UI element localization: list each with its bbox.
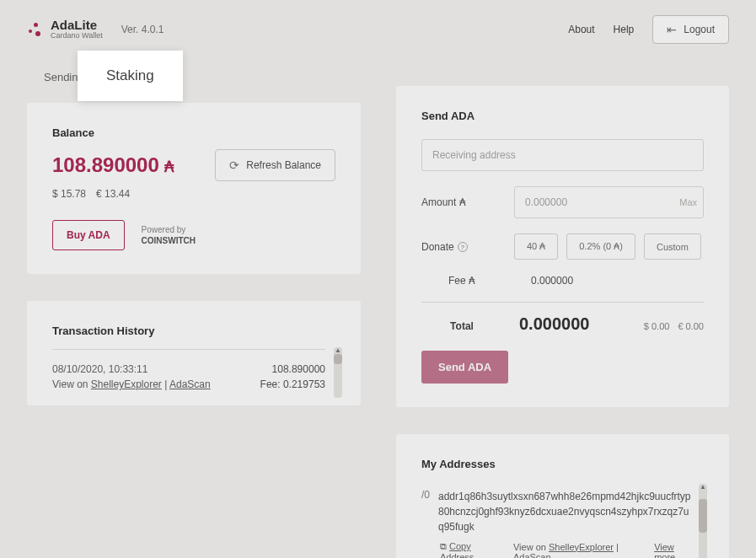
logo-subtitle: Cardano Wallet xyxy=(51,32,103,40)
tab-staking-popup[interactable]: Staking xyxy=(78,51,183,101)
version-label: Ver. 4.0.1 xyxy=(121,24,164,35)
donate-40-button[interactable]: 40 ₳ xyxy=(514,233,558,260)
tx-link-adascan[interactable]: AdaScan xyxy=(169,378,211,390)
fee-value: 0.000000 xyxy=(514,275,704,287)
copy-icon: ⧉ xyxy=(440,541,447,551)
tx-date: 08/10/2020, 10:33:11 xyxy=(52,363,147,375)
scrollbar-thumb[interactable] xyxy=(699,499,707,533)
nav-about[interactable]: About xyxy=(568,24,594,35)
total-eur: € 0.00 xyxy=(678,321,704,331)
total-usd: $ 0.00 xyxy=(644,321,670,331)
addresses-title: My Addresses xyxy=(421,458,704,470)
balance-card: Balance 108.890000 ₳ ⟳ Refresh Balance $… xyxy=(27,103,361,274)
view-more-button[interactable]: View more xyxy=(654,542,692,559)
refresh-icon: ⟳ xyxy=(229,158,239,172)
scrollbar[interactable]: ▲ xyxy=(699,484,707,558)
address-row: /0 addr1q86h3suytlxsxn687whh8e26mpmd42hj… xyxy=(421,489,692,534)
addr-link-shelley[interactable]: ShelleyExplorer xyxy=(549,542,614,552)
help-icon[interactable]: ? xyxy=(458,242,468,252)
amount-label: Amount ₳ xyxy=(421,196,502,208)
balance-eur: € 13.44 xyxy=(96,188,130,200)
logout-label: Logout xyxy=(684,24,715,35)
amount-input[interactable] xyxy=(514,186,704,218)
transaction-history-card: Transaction History ▲ 08/10/2020, 10:33:… xyxy=(27,301,361,405)
logo[interactable]: AdaLite Cardano Wallet xyxy=(27,19,103,40)
fee-label: Fee ₳ xyxy=(421,275,502,287)
logout-icon: ⇤ xyxy=(667,23,677,36)
tab-staking-label: Staking xyxy=(106,67,154,83)
logo-icon xyxy=(27,21,44,38)
tx-title: Transaction History xyxy=(52,325,335,337)
address-index: /0 xyxy=(421,489,430,534)
send-ada-button[interactable]: Send ADA xyxy=(421,351,508,384)
scrollbar[interactable]: ▲ xyxy=(334,347,342,398)
nav-help[interactable]: Help xyxy=(614,24,635,35)
logo-title: AdaLite xyxy=(51,19,103,33)
scrollbar-thumb[interactable] xyxy=(334,354,342,364)
refresh-balance-button[interactable]: ⟳ Refresh Balance xyxy=(215,149,335,181)
buy-ada-button[interactable]: Buy ADA xyxy=(52,220,125,250)
addr-link-adascan[interactable]: AdaScan xyxy=(513,552,551,559)
tx-amount: 108.890000 xyxy=(272,363,325,375)
ada-symbol-icon: ₳ xyxy=(164,158,174,176)
total-label: Total xyxy=(421,320,502,332)
total-value: 0.000000 xyxy=(502,314,644,334)
tx-link-shelley[interactable]: ShelleyExplorer xyxy=(91,378,162,390)
logout-button[interactable]: ⇤ Logout xyxy=(652,15,729,44)
powered-by: Powered by COINSWITCH xyxy=(142,224,196,246)
receiving-address-input[interactable] xyxy=(421,139,704,171)
addresses-card: My Addresses ▲ /0 addr1q86h3suytlxsxn687… xyxy=(396,434,729,558)
balance-value: 108.890000 ₳ xyxy=(52,153,174,177)
max-button[interactable]: Max xyxy=(679,197,697,207)
donate-pct-button[interactable]: 0.2% (0 ₳) xyxy=(566,233,635,260)
send-title: Send ADA xyxy=(421,110,704,122)
balance-title: Balance xyxy=(52,126,335,139)
donate-label: Donate xyxy=(421,241,454,253)
copy-address-button[interactable]: ⧉ Copy Address xyxy=(440,541,498,558)
send-card: Send ADA Amount ₳ Max Donate ? 40 ₳ 0.2%… xyxy=(396,86,729,407)
donate-custom-button[interactable]: Custom xyxy=(644,233,701,260)
address-text: addr1q86h3suytlxsxn687whh8e26mpmd42hjkc9… xyxy=(438,489,692,534)
balance-usd: $ 15.78 xyxy=(52,188,86,200)
tx-fee: Fee: 0.219753 xyxy=(260,378,325,390)
